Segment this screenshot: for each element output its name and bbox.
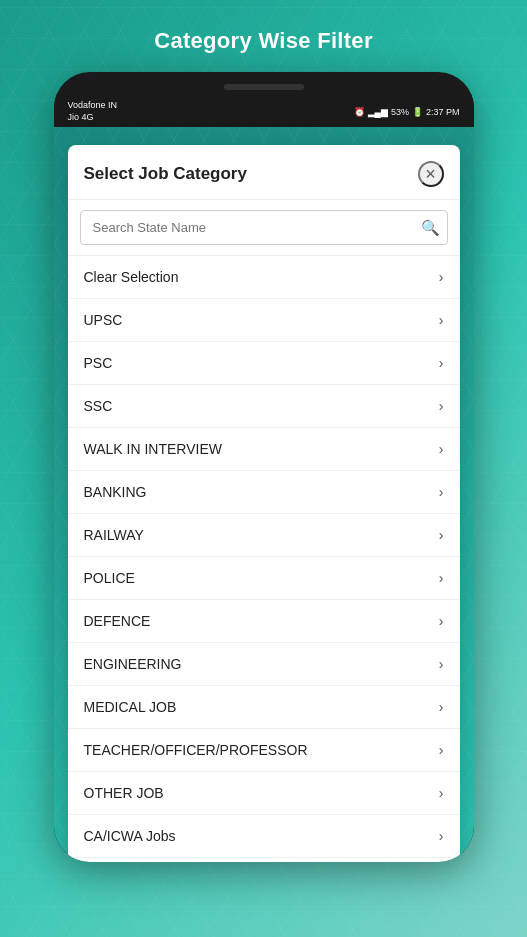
menu-item-label-other-job: OTHER JOB xyxy=(84,785,164,801)
chevron-right-icon-ca-icwa-jobs: › xyxy=(439,828,444,844)
battery-percent: 53% xyxy=(391,107,409,117)
battery-icon: 🔋 xyxy=(412,107,423,117)
menu-item-label-police: POLICE xyxy=(84,570,135,586)
chevron-right-icon-ssc: › xyxy=(439,398,444,414)
menu-item-label-medical-job: MEDICAL JOB xyxy=(84,699,177,715)
menu-item-label-clear-selection: Clear Selection xyxy=(84,269,179,285)
menu-item-courts[interactable]: Courts› xyxy=(68,858,460,862)
phone-frame: Vodafone IN Jio 4G ⏰ ▂▄▆ 53% 🔋 2:37 PM S… xyxy=(54,72,474,862)
phone-content: Select Job Category × 🔍 Clear Selection›… xyxy=(54,127,474,862)
chevron-right-icon-engineering: › xyxy=(439,656,444,672)
menu-item-railway[interactable]: RAILWAY› xyxy=(68,514,460,557)
menu-list: Clear Selection›UPSC›PSC›SSC›WALK IN INT… xyxy=(68,256,460,862)
menu-item-label-psc: PSC xyxy=(84,355,113,371)
menu-item-upsc[interactable]: UPSC› xyxy=(68,299,460,342)
status-bar: Vodafone IN Jio 4G ⏰ ▂▄▆ 53% 🔋 2:37 PM xyxy=(54,94,474,127)
chevron-right-icon-police: › xyxy=(439,570,444,586)
menu-item-label-railway: RAILWAY xyxy=(84,527,144,543)
chevron-right-icon-walk-in-interview: › xyxy=(439,441,444,457)
carrier1: Vodafone IN xyxy=(68,100,118,112)
menu-item-teacher-officer-professor[interactable]: TEACHER/OFFICER/PROFESSOR› xyxy=(68,729,460,772)
dialog-close-button[interactable]: × xyxy=(418,161,444,187)
menu-item-ca-icwa-jobs[interactable]: CA/ICWA Jobs› xyxy=(68,815,460,858)
menu-item-label-upsc: UPSC xyxy=(84,312,123,328)
menu-item-banking[interactable]: BANKING› xyxy=(68,471,460,514)
signal-bars: ▂▄▆ xyxy=(368,107,388,117)
menu-item-label-teacher-officer-professor: TEACHER/OFFICER/PROFESSOR xyxy=(84,742,308,758)
chevron-right-icon-clear-selection: › xyxy=(439,269,444,285)
chevron-right-icon-banking: › xyxy=(439,484,444,500)
menu-item-label-ssc: SSC xyxy=(84,398,113,414)
time-display: 2:37 PM xyxy=(426,107,460,117)
chevron-right-icon-psc: › xyxy=(439,355,444,371)
page-title-area: Category Wise Filter xyxy=(0,0,527,72)
chevron-right-icon-defence: › xyxy=(439,613,444,629)
search-icon-button[interactable]: 🔍 xyxy=(421,219,440,237)
chevron-right-icon-teacher-officer-professor: › xyxy=(439,742,444,758)
menu-item-walk-in-interview[interactable]: WALK IN INTERVIEW› xyxy=(68,428,460,471)
page-title: Category Wise Filter xyxy=(20,28,507,54)
dialog-header: Select Job Category × xyxy=(68,145,460,200)
status-left: Vodafone IN Jio 4G xyxy=(68,100,118,123)
menu-item-label-banking: BANKING xyxy=(84,484,147,500)
menu-item-medical-job[interactable]: MEDICAL JOB› xyxy=(68,686,460,729)
menu-item-psc[interactable]: PSC› xyxy=(68,342,460,385)
search-wrapper: 🔍 xyxy=(80,210,448,245)
menu-item-label-defence: DEFENCE xyxy=(84,613,151,629)
chevron-right-icon-upsc: › xyxy=(439,312,444,328)
category-dialog: Select Job Category × 🔍 Clear Selection›… xyxy=(68,145,460,862)
menu-item-clear-selection[interactable]: Clear Selection› xyxy=(68,256,460,299)
menu-item-defence[interactable]: DEFENCE› xyxy=(68,600,460,643)
chevron-right-icon-medical-job: › xyxy=(439,699,444,715)
carrier2: Jio 4G xyxy=(68,112,118,124)
search-input[interactable] xyxy=(80,210,448,245)
status-right: ⏰ ▂▄▆ 53% 🔋 2:37 PM xyxy=(354,107,460,117)
menu-item-police[interactable]: POLICE› xyxy=(68,557,460,600)
chevron-right-icon-railway: › xyxy=(439,527,444,543)
menu-item-label-ca-icwa-jobs: CA/ICWA Jobs xyxy=(84,828,176,844)
menu-item-other-job[interactable]: OTHER JOB› xyxy=(68,772,460,815)
menu-item-label-walk-in-interview: WALK IN INTERVIEW xyxy=(84,441,222,457)
menu-item-label-engineering: ENGINEERING xyxy=(84,656,182,672)
search-bar: 🔍 xyxy=(68,200,460,256)
menu-item-ssc[interactable]: SSC› xyxy=(68,385,460,428)
search-icon: 🔍 xyxy=(421,219,440,236)
menu-item-engineering[interactable]: ENGINEERING› xyxy=(68,643,460,686)
chevron-right-icon-other-job: › xyxy=(439,785,444,801)
alarm-icon: ⏰ xyxy=(354,107,365,117)
dialog-title: Select Job Category xyxy=(84,164,247,184)
